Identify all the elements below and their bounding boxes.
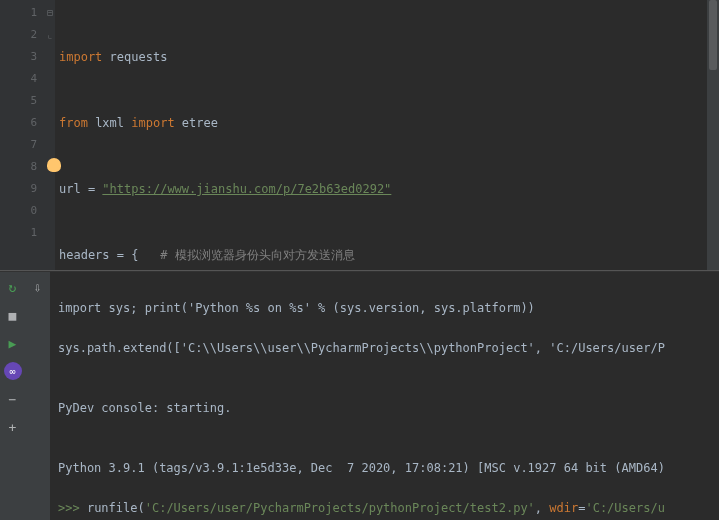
fold-column: ⊟ ⌞	[45, 0, 55, 270]
editor-pane: 1 2 3 4 5 6 7 8 9 0 1 ⊟ ⌞ import request…	[0, 0, 719, 270]
console-text: runfile(	[87, 501, 145, 515]
console-line: import sys; print('Python %s on %s' % (s…	[58, 298, 711, 318]
console-line: sys.path.extend(['C:\\Users\\user\\Pycha…	[58, 338, 711, 358]
expand-button[interactable]: +	[4, 418, 22, 436]
line-number: 2	[0, 24, 37, 46]
keyword: import	[59, 50, 102, 64]
code-area[interactable]: import requests from lxml import etree u…	[55, 0, 707, 270]
play-button[interactable]: ▶	[4, 334, 22, 352]
console-path: 'C:/Users/user/PycharmProjects/pythonPro…	[145, 501, 535, 515]
download-icon[interactable]: ⇩	[29, 278, 47, 296]
console-line: >>> runfile('C:/Users/user/PycharmProjec…	[58, 498, 711, 518]
code-text: url =	[59, 182, 102, 196]
code-text: requests	[102, 50, 167, 64]
line-number: 1	[0, 2, 37, 24]
code-text: lxml	[88, 116, 131, 130]
fold-mark[interactable]: ⊟	[45, 2, 55, 24]
keyword: from	[59, 116, 88, 130]
console-path: 'C:/Users/u	[585, 501, 664, 515]
collapse-button[interactable]: −	[4, 390, 22, 408]
stop-button[interactable]: ■	[4, 306, 22, 324]
string-url[interactable]: "https://www.jianshu.com/p/7e2b63ed0292"	[102, 182, 391, 196]
line-number: 4	[0, 68, 37, 90]
code-text: headers = {	[59, 248, 160, 262]
line-number: 5	[0, 90, 37, 112]
console-toolbar-2: ⇩	[25, 272, 50, 520]
line-number: 0	[0, 200, 37, 222]
intention-bulb-icon[interactable]	[47, 158, 61, 172]
line-number: 7	[0, 134, 37, 156]
rerun-button[interactable]: ↻	[4, 278, 22, 296]
vertical-scrollbar[interactable]	[707, 0, 719, 270]
code-text: etree	[175, 116, 218, 130]
line-number: 9	[0, 178, 37, 200]
console-pane: ↻ ■ ▶ ∞ − + ⇩ import sys; print('Python …	[0, 272, 719, 520]
prompt: >>>	[58, 501, 87, 515]
line-number: 8	[0, 156, 37, 178]
line-number: 6	[0, 112, 37, 134]
console-kw: wdir	[549, 501, 578, 515]
console-line: PyDev console: starting.	[58, 398, 711, 418]
console-text: ,	[535, 501, 549, 515]
line-number: 1	[0, 222, 37, 244]
attach-debugger-button[interactable]: ∞	[4, 362, 22, 380]
keyword: import	[131, 116, 174, 130]
console-toolbar: ↻ ■ ▶ ∞ − +	[0, 272, 25, 520]
line-gutter: 1 2 3 4 5 6 7 8 9 0 1	[0, 0, 45, 270]
console-line: Python 3.9.1 (tags/v3.9.1:1e5d33e, Dec 7…	[58, 458, 711, 478]
comment: # 模拟浏览器身份头向对方发送消息	[160, 248, 354, 262]
console-output[interactable]: import sys; print('Python %s on %s' % (s…	[50, 272, 719, 520]
line-number: 3	[0, 46, 37, 68]
